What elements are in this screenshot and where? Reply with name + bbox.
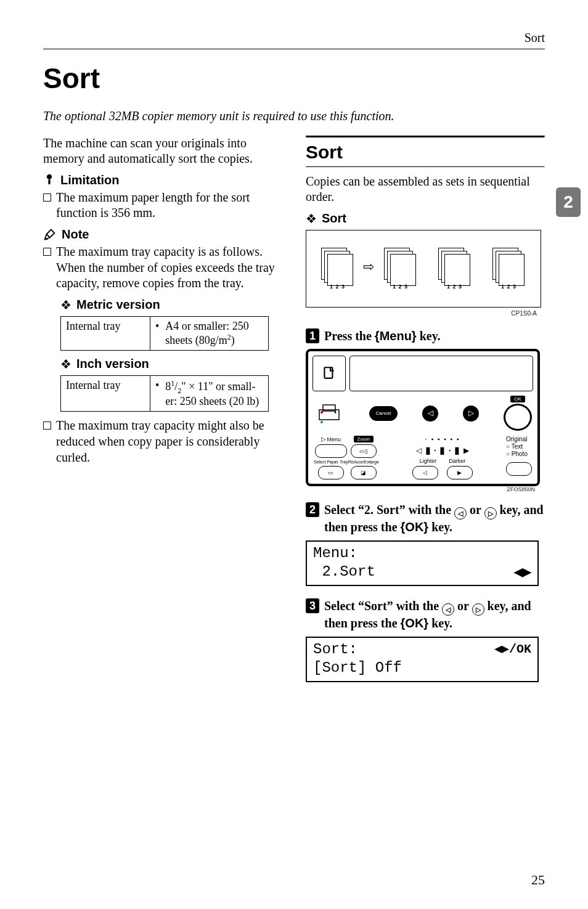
- diagram-caption: CP1S0-A: [511, 310, 537, 317]
- note-item: The maximum tray capacity is as follows.…: [43, 244, 282, 291]
- left-arrow-button[interactable]: ◁: [422, 406, 438, 422]
- lcd1-line1: Menu:: [313, 544, 357, 563]
- t: Press the: [324, 329, 375, 343]
- metric-text-1: A4 or smaller: 250: [165, 320, 248, 332]
- original-button[interactable]: [506, 462, 532, 476]
- page-title: Sort: [43, 62, 545, 95]
- cancel-button[interactable]: Cancel: [369, 406, 398, 421]
- right-arrow-icon: ▷: [472, 603, 484, 616]
- ok-button[interactable]: [504, 404, 532, 431]
- sort-label: Sort: [322, 211, 346, 226]
- t: /OK: [509, 642, 531, 656]
- limitation-list: The maximum paper length for the sort fu…: [43, 190, 282, 221]
- select-paper-label: Select Paper Tray: [314, 460, 348, 464]
- metric-col2: • A4 or smaller: 250 sheets (80g/m2): [150, 316, 269, 350]
- ok-label: OK: [510, 396, 525, 402]
- svg-rect-4: [324, 368, 332, 378]
- square-bullet-icon: [43, 248, 51, 256]
- t: Select “Sort” with the: [324, 599, 442, 613]
- step-number-badge: 1: [306, 328, 319, 343]
- darker-label: Darker: [449, 458, 465, 464]
- note-label: Note: [62, 227, 89, 242]
- lcd2-line1: Sort:: [313, 640, 357, 659]
- top-rule: [43, 49, 545, 49]
- bullet-icon: •: [155, 320, 159, 332]
- photo-label: Photo: [512, 450, 528, 457]
- right-arrow-icon: ▷: [484, 507, 497, 520]
- step-number-badge: 2: [306, 502, 319, 517]
- two-column-layout: The machine can scan your originals into…: [43, 136, 545, 688]
- page-stack: 1 2 3: [384, 248, 416, 287]
- text-label: Text: [512, 443, 523, 450]
- menu-key-label: Menu: [380, 329, 412, 343]
- left-lead: The machine can scan your originals into…: [43, 136, 282, 167]
- metric-version-heading: ❖ Metric version: [60, 298, 282, 312]
- menu-button[interactable]: [315, 444, 347, 458]
- arrow-right-icon: ⇨: [363, 259, 374, 275]
- t: Select “2. Sort” with the: [324, 503, 454, 516]
- lcd2-line2: [Sort] Off: [313, 659, 402, 677]
- reduce-label: Reduce/Enlarge: [348, 460, 379, 464]
- section-heading-wrap: Sort: [306, 136, 545, 168]
- lcd-screen-1: Menu: 2.Sort◀▶: [306, 540, 539, 586]
- left-column: The machine can scan your originals into…: [43, 136, 282, 688]
- svg-point-9: [321, 411, 323, 414]
- metric-text-2b: ): [231, 334, 235, 346]
- panel-doc-icon: [312, 356, 346, 391]
- inch-version-label: Inch version: [76, 357, 149, 371]
- svg-rect-1: [48, 179, 50, 184]
- limitation-item-text: The maximum paper length for the sort fu…: [56, 190, 282, 221]
- lighter-button[interactable]: ◁: [412, 466, 438, 479]
- printer-icon: [314, 400, 345, 427]
- select-paper-button[interactable]: ▭: [318, 466, 344, 479]
- square-bullet-icon: [43, 194, 51, 202]
- page-stack: 1 2 3: [492, 248, 525, 287]
- page-number: 25: [531, 872, 545, 888]
- note-item-text: The maximum tray capacity is as follows.…: [56, 244, 282, 291]
- diamond-icon: ❖: [60, 298, 71, 312]
- right-arrow-icon: ▷: [468, 409, 474, 418]
- limitation-icon: [43, 173, 55, 185]
- step-number-badge: 3: [306, 598, 319, 613]
- metric-table: Internal tray • A4 or smaller: 250 sheet…: [60, 316, 269, 351]
- inch-col2: • 81/2" × 11" or small- er: 250 sheets (…: [150, 375, 269, 412]
- note-item: The maximum tray capacity might also be …: [43, 418, 282, 465]
- inch-8: 8: [165, 380, 171, 393]
- reduce-button[interactable]: ◪: [351, 466, 377, 479]
- step-2-text: Select “2. Sort” with the ◁ or ▷ key, an…: [324, 502, 545, 536]
- table-row: Internal tray • A4 or smaller: 250 sheet…: [61, 316, 269, 350]
- ok-key-label: OK: [405, 520, 423, 534]
- sort-subheading: ❖ Sort: [306, 211, 545, 226]
- intro-text: The optional 32MB copier memory unit is …: [43, 108, 545, 124]
- metric-version-label: Metric version: [76, 298, 160, 312]
- right-arrow-button[interactable]: ▷: [463, 406, 479, 422]
- note-heading: Note: [43, 227, 282, 242]
- inch-col1: Internal tray: [61, 375, 150, 412]
- zoom-button[interactable]: ▭▯: [351, 444, 377, 458]
- limitation-label: Limitation: [60, 173, 120, 187]
- svg-point-8: [321, 421, 323, 423]
- bullet-icon: •: [155, 380, 159, 391]
- inch-version-heading: ❖ Inch version: [60, 357, 282, 372]
- zoom-label: Zoom: [354, 436, 374, 442]
- limitation-heading: Limitation: [43, 173, 282, 187]
- stack-numbers: 1 2 3: [447, 283, 462, 290]
- lcd-screen-2: Sort: ◀▶/OK [Sort] Off: [306, 637, 539, 682]
- note-list-1: The maximum tray capacity is as follows.…: [43, 244, 282, 291]
- darker-button[interactable]: ▶: [447, 466, 473, 479]
- lcd1-line2: 2.Sort: [313, 563, 375, 581]
- lcd-leftright-icon: ◀▶: [514, 565, 531, 579]
- right-column: Sort Copies can be assembled as sets in …: [306, 136, 545, 688]
- t: or: [467, 503, 484, 516]
- running-header: Sort: [43, 31, 545, 45]
- section-heading: Sort: [306, 142, 545, 163]
- metric-text-2a: sheets (80g/m: [165, 334, 227, 346]
- step-1-text: Press the {Menu} key.: [324, 328, 441, 344]
- note-item-text: The maximum tray capacity might also be …: [56, 418, 282, 465]
- cancel-label: Cancel: [376, 410, 391, 416]
- page: Sort Sort The optional 32MB copier memor…: [0, 0, 588, 909]
- stack-numbers: 1 2 3: [501, 283, 517, 290]
- note-list-2: The maximum tray capacity might also be …: [43, 418, 282, 465]
- t: key.: [417, 329, 441, 343]
- stack-numbers: 1 2 3: [330, 283, 345, 290]
